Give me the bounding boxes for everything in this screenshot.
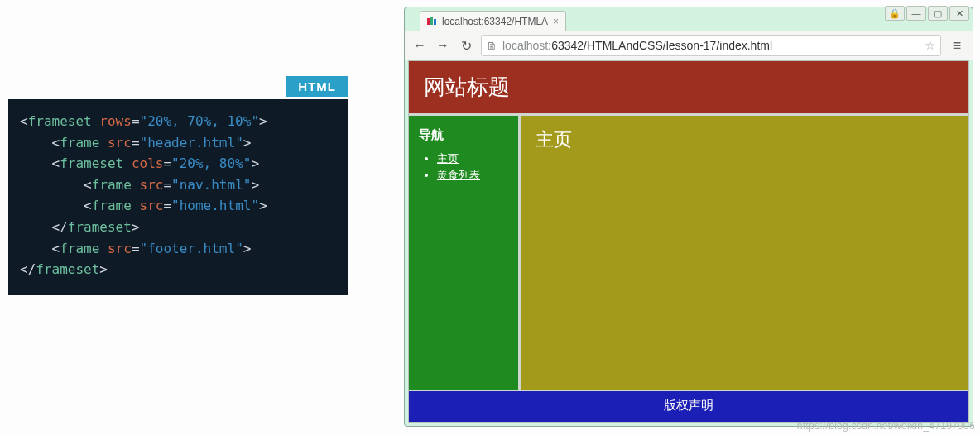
frame-footer: 版权声明: [409, 391, 968, 422]
frame-middle-row: 导航 主页 羙食列表 主页: [409, 116, 968, 391]
window-close-button[interactable]: ✕: [949, 6, 969, 21]
window-controls: 🔒 — ▢ ✕: [885, 6, 969, 21]
hamburger-menu-icon[interactable]: ≡: [948, 36, 966, 55]
forward-button[interactable]: →: [435, 37, 451, 54]
code-snippet: HTML <frameset rows="20%, 70%, 10%"> <fr…: [8, 99, 348, 295]
nav-list: 主页 羙食列表: [419, 151, 508, 183]
window-lock-button[interactable]: 🔒: [885, 6, 905, 21]
svg-rect-1: [430, 17, 433, 25]
browser-toolbar: ← → ↻ 🗎 localhost:63342/HTMLAndCSS/lesso…: [405, 31, 973, 60]
nav-heading: 导航: [419, 127, 508, 143]
list-item: 主页: [437, 151, 508, 166]
page-icon: 🗎: [487, 40, 497, 52]
address-bar[interactable]: 🗎 localhost:63342/HTMLAndCSS/lesson-17/i…: [481, 35, 941, 56]
nav-link-home[interactable]: 主页: [437, 152, 459, 165]
page-viewport: 网站标题 导航 主页 羙食列表 主页 版权声明: [408, 60, 969, 423]
tab-title: localhost:63342/HTMLA: [442, 16, 548, 27]
code-block: <frameset rows="20%, 70%, 10%"> <frame s…: [8, 99, 348, 295]
back-button[interactable]: ←: [411, 37, 428, 54]
browser-window: 🔒 — ▢ ✕ localhost:63342/HTMLA × ← → ↻ 🗎 …: [404, 7, 973, 427]
svg-rect-0: [427, 18, 430, 25]
nav-link-food[interactable]: 羙食列表: [437, 169, 480, 181]
window-minimize-button[interactable]: —: [906, 6, 926, 21]
frame-main: 主页: [521, 116, 968, 390]
address-host: localhost:63342/HTMLAndCSS/lesson-17/ind…: [502, 39, 772, 52]
tab-close-icon[interactable]: ×: [553, 16, 559, 27]
favicon-icon: [427, 17, 437, 26]
code-language-badge: HTML: [286, 76, 348, 97]
browser-tab[interactable]: localhost:63342/HTMLA ×: [420, 11, 566, 31]
frame-header: 网站标题: [409, 61, 968, 116]
list-item: 羙食列表: [437, 168, 508, 183]
frame-nav: 导航 主页 羙食列表: [409, 116, 521, 390]
bookmark-star-icon[interactable]: ☆: [925, 38, 935, 53]
window-maximize-button[interactable]: ▢: [928, 6, 948, 21]
watermark: https://blog.csdn.net/weixin_47197906: [797, 420, 975, 432]
reload-button[interactable]: ↻: [458, 37, 474, 54]
svg-rect-2: [434, 19, 436, 25]
